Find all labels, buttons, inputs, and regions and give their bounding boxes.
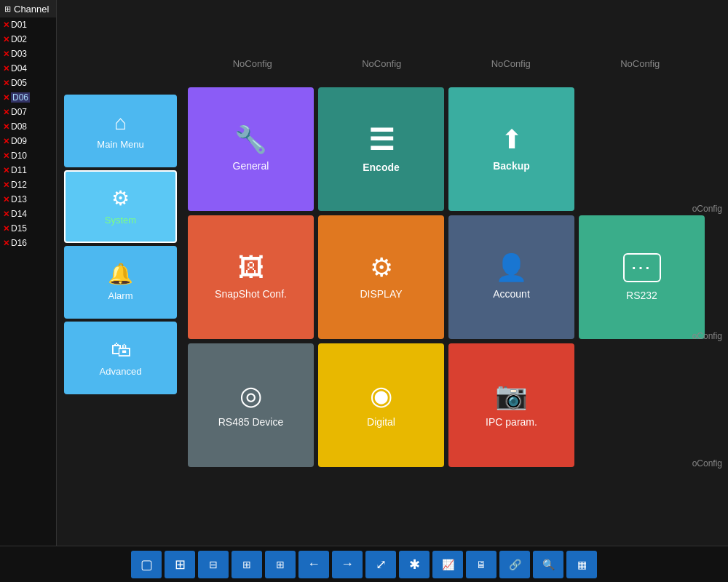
next-icon: → <box>341 557 354 572</box>
rs232-label: RS232 <box>626 290 657 301</box>
account-label: Account <box>493 288 530 300</box>
channel-icon: ⊞ <box>4 4 11 14</box>
channel-item-d10[interactable]: ✕D10 <box>0 148 56 163</box>
channel-item-d15[interactable]: ✕D15 <box>0 221 56 236</box>
channel-item-d11[interactable]: ✕D11 <box>0 163 56 178</box>
oconfig-1: oConfig <box>692 204 722 214</box>
encode-label: Encode <box>363 162 400 173</box>
tb-monitor-button[interactable]: 🖥 <box>466 551 496 578</box>
nine-view-icon: ⊞ <box>242 559 251 570</box>
tb-ptz-button[interactable]: ✱ <box>399 551 430 578</box>
main-menu-button[interactable]: ⌂ Main Menu <box>64 95 177 167</box>
upload-icon: ⬆ <box>501 127 523 153</box>
single-view-icon: ▢ <box>141 557 153 573</box>
fullscreen-icon: ⤢ <box>376 557 387 573</box>
right-grid: 🔧 General ☰ Encode ⬆ Backup 🖼 SnapShot C… <box>188 87 705 467</box>
channel-x: ✕ <box>3 137 9 146</box>
channel-item-d06[interactable]: ✕D06 <box>0 90 56 105</box>
tb-record-button[interactable]: 📈 <box>432 551 463 578</box>
sidebar-header: ⊞ Channel <box>0 0 56 17</box>
display-button[interactable]: ⚙ DISPLAY <box>318 215 444 339</box>
tb-qr-button[interactable]: ▦ <box>566 551 597 578</box>
channel-item-d04[interactable]: ✕D04 <box>0 61 56 76</box>
channel-x: ✕ <box>3 20 9 30</box>
channel-x: ✕ <box>3 49 9 59</box>
ipc-button[interactable]: 📷 IPC param. <box>448 343 574 467</box>
prev-icon: ← <box>307 557 320 572</box>
tb-six-button[interactable]: ⊟ <box>198 551 229 578</box>
channel-x: ✕ <box>3 195 9 204</box>
tb-fullscreen-button[interactable]: ⤢ <box>365 551 396 578</box>
person-icon: 👤 <box>495 255 528 281</box>
encode-button[interactable]: ☰ Encode <box>318 87 444 211</box>
channel-x: ✕ <box>3 64 9 73</box>
general-button[interactable]: 🔧 General <box>188 87 314 211</box>
main-menu-label: Main Menu <box>97 139 143 150</box>
noconfig-3: NoConfig <box>446 58 576 69</box>
channel-item-d12[interactable]: ✕D12 <box>0 178 56 192</box>
channel-label: D08 <box>11 121 27 132</box>
rs232-button[interactable]: ⋯ RS232 <box>579 215 705 339</box>
tb-nine-button[interactable]: ⊞ <box>232 551 262 578</box>
tb-sixteen-button[interactable]: ⊞ <box>265 551 296 578</box>
tb-single-button[interactable]: ▢ <box>131 551 162 578</box>
noconfig-1: NoConfig <box>188 58 317 69</box>
tb-quad-button[interactable]: ⊞ <box>165 551 195 578</box>
channel-item-d08[interactable]: ✕D08 <box>0 119 56 134</box>
home-icon: ⌂ <box>114 113 127 133</box>
channel-label: D12 <box>11 180 27 190</box>
channel-label: D13 <box>11 194 27 204</box>
ipc-label: IPC param. <box>486 416 537 428</box>
network-icon: 🔗 <box>509 559 521 570</box>
channel-item-d14[interactable]: ✕D14 <box>0 207 56 221</box>
advanced-button[interactable]: 🛍 Advanced <box>64 322 177 394</box>
channel-item-d01[interactable]: ✕D01 <box>0 17 56 32</box>
wrench-icon: 🔧 <box>234 127 267 153</box>
alarm-button[interactable]: 🔔 Alarm <box>64 246 177 319</box>
channel-label: D14 <box>11 209 27 219</box>
channel-label: D07 <box>11 107 27 117</box>
channel-x: ✕ <box>3 79 9 88</box>
channel-label: D03 <box>11 49 27 59</box>
tb-prev-button[interactable]: ← <box>298 551 329 578</box>
gear-icon: ⚙ <box>111 188 130 209</box>
tb-search-button[interactable]: 🔍 <box>533 551 563 578</box>
quad-view-icon: ⊞ <box>175 557 186 573</box>
channel-item-d03[interactable]: ✕D03 <box>0 47 56 61</box>
channel-x: ✕ <box>3 122 9 132</box>
snapshot-button[interactable]: 🖼 SnapShot Conf. <box>188 215 314 339</box>
channel-item-d05[interactable]: ✕D05 <box>0 76 56 90</box>
ptz-icon: ✱ <box>409 557 420 573</box>
channel-x: ✕ <box>3 166 9 175</box>
channel-x: ✕ <box>3 239 9 248</box>
digital-button[interactable]: ◉ Digital <box>318 343 444 467</box>
tb-network-button[interactable]: 🔗 <box>499 551 530 578</box>
backup-label: Backup <box>493 160 530 172</box>
backup-button[interactable]: ⬆ Backup <box>448 87 574 211</box>
channel-item-d09[interactable]: ✕D09 <box>0 134 56 148</box>
channel-item-d16[interactable]: ✕D16 <box>0 236 56 250</box>
sidebar-header-label: Channel <box>14 4 49 15</box>
channel-item-d13[interactable]: ✕D13 <box>0 192 56 207</box>
channel-x: ✕ <box>3 151 9 161</box>
channel-list: ✕D01✕D02✕D03✕D04✕D05✕D06✕D07✕D08✕D09✕D10… <box>0 17 56 250</box>
oconfig-3: oConfig <box>692 458 722 469</box>
oconfig-2: oConfig <box>692 331 722 341</box>
tb-next-button[interactable]: → <box>332 551 363 578</box>
general-label: General <box>233 160 269 172</box>
rs485-button[interactable]: ◎ RS485 Device <box>188 343 314 467</box>
system-button[interactable]: ⚙ System <box>64 170 177 243</box>
image-icon: 🖼 <box>238 255 264 281</box>
list-icon: ☰ <box>368 125 395 154</box>
digital-label: Digital <box>367 416 395 428</box>
display-label: DISPLAY <box>360 288 402 300</box>
account-button[interactable]: 👤 Account <box>448 215 574 339</box>
noconfig-2: NoConfig <box>317 58 447 69</box>
channel-label: D02 <box>11 34 27 44</box>
channel-item-d07[interactable]: ✕D07 <box>0 105 56 119</box>
channel-x: ✕ <box>3 210 9 219</box>
channel-item-d02[interactable]: ✕D02 <box>0 32 56 47</box>
channel-sidebar: ⊞ Channel ✕D01✕D02✕D03✕D04✕D05✕D06✕D07✕D… <box>0 0 57 553</box>
channel-label: D09 <box>11 136 27 146</box>
channel-label: D06 <box>11 92 30 103</box>
